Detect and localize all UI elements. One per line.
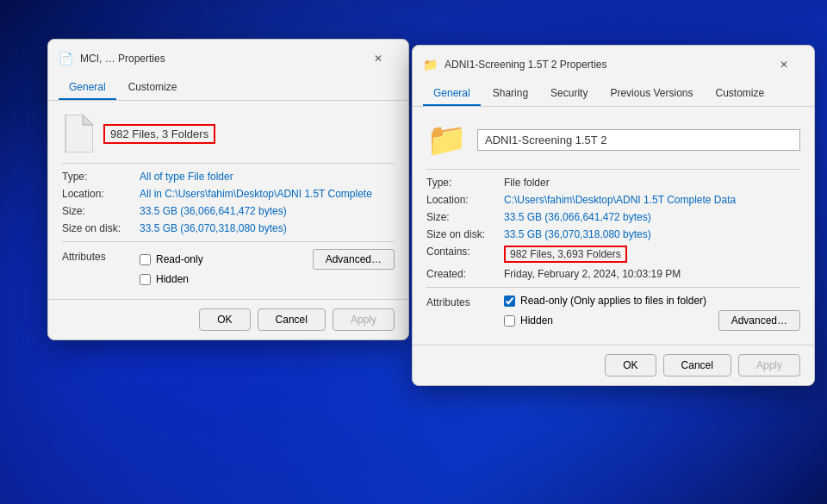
dialog2-type-value: File folder <box>504 177 550 189</box>
dialog2-hidden-row: Hidden <box>504 314 553 327</box>
dialog2-advanced-button[interactable]: Advanced… <box>718 310 800 331</box>
dialog1-size-row: Size: 33.5 GB (36,066,641,472 bytes) <box>62 205 395 217</box>
dialog2-location-row: Location: C:\Users\fahim\Desktop\ADNI 1.… <box>426 194 800 206</box>
dialog2-readonly-checkbox[interactable] <box>504 296 515 307</box>
dialog2-folder-icon: 📁 <box>426 121 467 159</box>
dialog-adni-properties: 📁 ADNI1-Screening 1.5T 2 Properties ✕ Ge… <box>412 45 815 386</box>
dialog1-hidden-row: Hidden <box>140 273 395 285</box>
dialog1-type-label: Type: <box>62 171 140 183</box>
dialog2-footer: OK Cancel Apply <box>413 345 814 385</box>
dialog2-created-value: Friday, February 2, 2024, 10:03:19 PM <box>504 268 681 280</box>
dialog1-size-value: 33.5 GB (36,066,641,472 bytes) <box>140 205 287 217</box>
dialog1-readonly-label: Read-only <box>156 253 203 265</box>
dialog2-tab-general[interactable]: General <box>423 82 481 106</box>
dialog1-attributes-section: Attributes Read-only Advanced… Hidden <box>62 249 395 285</box>
dialog1-close-button[interactable]: ✕ <box>358 47 398 71</box>
dialog2-contains-row: Contains: 982 Files, 3,693 Folders <box>426 246 800 263</box>
dialog2-title: ADNI1-Screening 1.5T 2 Properties <box>445 59 757 71</box>
dialog1-file-count-highlighted: 982 Files, 3 Folders <box>103 124 215 144</box>
dialog1-hidden-checkbox[interactable] <box>140 274 151 285</box>
dialog2-attributes-section: Attributes Read-only (Only applies to fi… <box>426 295 800 331</box>
dialog1-size-label: Size: <box>62 205 140 217</box>
dialog1-type-row: Type: All of type File folder <box>62 171 395 183</box>
dialog1-header-row: 982 Files, 3 Folders <box>62 115 395 152</box>
dialog2-ok-button[interactable]: OK <box>605 354 656 376</box>
dialog2-title-icon: 📁 <box>423 58 438 72</box>
dialog1-sizeondisk-value: 33.5 GB (36,070,318,080 bytes) <box>140 222 287 234</box>
dialog2-close-button[interactable]: ✕ <box>764 53 804 77</box>
dialog1-title-icon: 📄 <box>59 52 73 65</box>
dialog2-sizeondisk-value: 33.5 GB (36,070,318,080 bytes) <box>504 228 651 240</box>
dialog2-cancel-button[interactable]: Cancel <box>663 354 731 376</box>
dialog2-header-row: 📁 ADNI1-Screening 1.5T 2 <box>426 121 800 159</box>
dialog2-titlebar: 📁 ADNI1-Screening 1.5T 2 Properties ✕ <box>413 46 814 82</box>
dialog2-tab-security[interactable]: Security <box>540 82 598 106</box>
dialog2-tab-bar: General Sharing Security Previous Versio… <box>413 82 814 107</box>
dialog1-attributes-label: Attributes <box>62 249 140 285</box>
dialog2-tab-sharing[interactable]: Sharing <box>482 82 538 106</box>
dialog1-tab-general[interactable]: General <box>59 76 116 100</box>
dialog2-size-value: 33.5 GB (36,066,641,472 bytes) <box>504 211 651 223</box>
dialog2-location-value: C:\Users\fahim\Desktop\ADNI 1.5T Complet… <box>504 194 736 206</box>
dialog1-title: MCI, … Properties <box>80 53 351 65</box>
dialog1-sizeondisk-label: Size on disk: <box>62 222 140 234</box>
dialog1-attr-controls: Read-only Advanced… Hidden <box>140 249 395 285</box>
dialog2-readonly-row: Read-only (Only applies to files in fold… <box>504 295 800 307</box>
dialog2-attributes-label: Attributes <box>426 295 504 331</box>
dialog2-tab-previous-versions[interactable]: Previous Versions <box>600 82 703 106</box>
dialog1-sizeondisk-row: Size on disk: 33.5 GB (36,070,318,080 by… <box>62 222 395 234</box>
dialog1-footer: OK Cancel Apply <box>48 299 408 339</box>
dialog2-tab-customize[interactable]: Customize <box>705 82 774 106</box>
dialog2-location-label: Location: <box>426 194 504 206</box>
dialog2-sizeondisk-row: Size on disk: 33.5 GB (36,070,318,080 by… <box>426 228 800 240</box>
dialog2-hidden-label: Hidden <box>520 314 553 327</box>
dialog1-advanced-button[interactable]: Advanced… <box>313 249 395 270</box>
dialog2-folder-name[interactable]: ADNI1-Screening 1.5T 2 <box>477 129 800 151</box>
dialog1-content: 982 Files, 3 Folders Type: All of type F… <box>48 101 408 299</box>
dialog1-ok-button[interactable]: OK <box>199 308 250 331</box>
dialog2-contains-highlighted: 982 Files, 3,693 Folders <box>504 246 627 263</box>
dialog1-tab-bar: General Customize <box>48 76 408 101</box>
dialog1-type-value: All of type File folder <box>140 171 233 183</box>
dialog2-type-label: Type: <box>426 177 504 189</box>
dialog1-readonly-row: Read-only Advanced… <box>140 249 395 270</box>
dialog2-size-row: Size: 33.5 GB (36,066,641,472 bytes) <box>426 211 800 223</box>
dialog2-created-label: Created: <box>426 268 504 280</box>
dialog2-sizeondisk-label: Size on disk: <box>426 228 504 240</box>
dialog2-size-label: Size: <box>426 211 504 223</box>
dialog1-location-value: All in C:\Users\fahim\Desktop\ADNI 1.5T … <box>140 188 372 200</box>
file-icon <box>62 115 93 152</box>
dialog2-readonly-label: Read-only (Only applies to files in fold… <box>520 295 706 307</box>
dialog1-cancel-button[interactable]: Cancel <box>258 308 326 331</box>
dialog1-hidden-label: Hidden <box>156 273 189 285</box>
dialog1-readonly-checkbox[interactable] <box>140 254 151 265</box>
dialog2-apply-button[interactable]: Apply <box>738 354 800 376</box>
dialog1-apply-button[interactable]: Apply <box>333 308 395 331</box>
dialog1-location-label: Location: <box>62 188 140 200</box>
dialog2-contains-label: Contains: <box>426 246 504 258</box>
dialog1-titlebar: 📄 MCI, … Properties ✕ <box>48 40 408 76</box>
dialog2-created-row: Created: Friday, February 2, 2024, 10:03… <box>426 268 800 280</box>
dialog2-attr-controls: Read-only (Only applies to files in fold… <box>504 295 800 331</box>
dialog2-type-row: Type: File folder <box>426 177 800 189</box>
dialog1-tab-customize[interactable]: Customize <box>118 76 188 100</box>
dialog-mci-properties: 📄 MCI, … Properties ✕ General Customize … <box>47 39 409 340</box>
dialog1-location-row: Location: All in C:\Users\fahim\Desktop\… <box>62 188 395 200</box>
dialog2-content: 📁 ADNI1-Screening 1.5T 2 Type: File fold… <box>413 107 814 345</box>
dialog2-hidden-checkbox[interactable] <box>504 315 515 327</box>
